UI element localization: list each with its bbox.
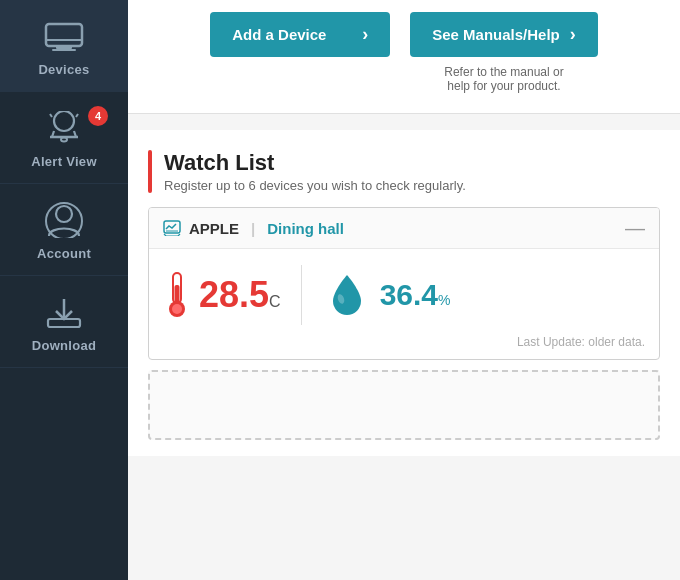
sidebar-item-download-label: Download [32,338,97,353]
svg-point-4 [54,111,74,131]
humidity-group: 36.4% [322,265,451,325]
download-icon [42,294,86,330]
device-card-empty [148,370,660,440]
humidity-value: 36.4 [380,278,438,311]
svg-rect-1 [56,46,72,49]
devices-icon [42,18,86,54]
device-type-icon [163,220,181,236]
watch-list-subtitle: Register up to 6 devices you wish to che… [164,178,466,193]
device-location: Dining hall [267,220,344,237]
svg-rect-2 [52,49,76,51]
add-device-label: Add a Device [232,26,326,43]
temperature-group: 28.5C [163,269,281,321]
watch-title-group: Watch List Register up to 6 devices you … [164,150,466,193]
temperature-unit: C [269,293,281,310]
top-section: Add a Device › See Manuals/Help › Refer … [128,0,680,114]
transmit-group: See Manuals/Help › Refer to the manual o… [410,12,598,93]
svg-rect-0 [46,24,82,46]
see-manuals-label: See Manuals/Help [432,26,560,43]
alert-badge: 4 [88,106,108,126]
svg-point-12 [46,203,82,238]
sidebar-item-alert-view[interactable]: 4 Alert View [0,92,128,184]
device-card-body: 28.5C 36.4% [149,249,659,335]
device-brand: APPLE [189,220,239,237]
svg-point-11 [56,206,72,222]
sidebar: Devices 4 Alert View [0,0,128,580]
device-card-0: APPLE | Dining hall — [148,207,660,360]
see-manuals-button[interactable]: See Manuals/Help › [410,12,598,57]
temperature-value: 28.5 [199,274,269,315]
svg-point-20 [172,304,182,314]
register-group: Add a Device › [210,12,390,93]
svg-line-9 [76,114,78,117]
humidity-unit: % [438,292,450,308]
svg-line-8 [50,114,52,117]
alert-icon [42,110,86,146]
sidebar-item-devices[interactable]: Devices [0,0,128,92]
temperature-display: 28.5C [199,274,281,316]
watch-list-title: Watch List [164,150,466,176]
sensor-divider [301,265,302,325]
help-note: Refer to the manual orhelp for your prod… [410,65,598,93]
watch-list-section: Watch List Register up to 6 devices you … [128,130,680,456]
sidebar-item-alert-label: Alert View [31,154,97,169]
sidebar-item-devices-label: Devices [38,62,89,77]
device-name: APPLE | Dining hall [163,220,344,237]
thermometer-icon [163,269,191,321]
droplet-icon [322,265,372,325]
see-manuals-arrow: › [570,24,576,45]
watch-list-header: Watch List Register up to 6 devices you … [148,150,660,193]
sidebar-item-account-label: Account [37,246,91,261]
add-device-button[interactable]: Add a Device › [210,12,390,57]
account-icon [42,202,86,238]
sidebar-item-account[interactable]: Account [0,184,128,276]
last-update: Last Update: older data. [149,335,659,359]
sidebar-item-download[interactable]: Download [0,276,128,368]
separator: | [251,220,255,237]
red-bar [148,150,152,193]
main-content: Add a Device › See Manuals/Help › Refer … [128,0,680,580]
svg-point-10 [61,138,67,142]
humidity-display: 36.4% [380,278,451,312]
minimize-button[interactable]: — [625,218,645,238]
add-device-arrow: › [362,24,368,45]
device-card-header: APPLE | Dining hall — [149,208,659,249]
